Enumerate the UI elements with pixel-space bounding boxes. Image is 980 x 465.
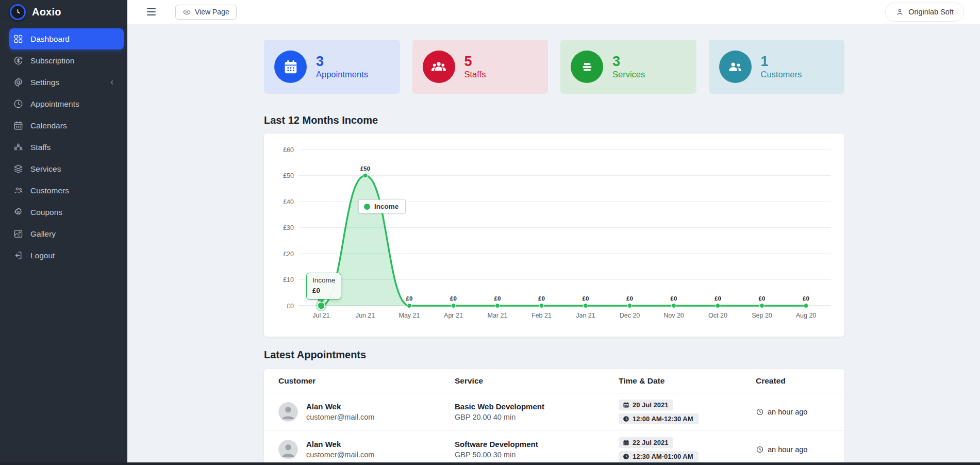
- column-header: Time & Date: [619, 376, 756, 386]
- time-badge: 12:30 AM-01:00 AM: [619, 451, 699, 462]
- svg-text:£0: £0: [759, 295, 766, 302]
- time-date-cell: 20 Jul 202112:00 AM-12:30 AM: [619, 400, 756, 424]
- customer-email: customer@mail.com: [306, 412, 374, 423]
- calendar-icon: [13, 120, 24, 131]
- chart-legend[interactable]: Income: [358, 200, 406, 213]
- svg-text:£0: £0: [538, 295, 545, 302]
- clock-mini-icon: [623, 453, 629, 460]
- svg-text:Mar 21: Mar 21: [488, 312, 508, 319]
- svg-text:£0: £0: [287, 303, 294, 310]
- sidebar-item-gallery[interactable]: Gallery: [9, 223, 124, 244]
- stat-value: 3: [612, 55, 645, 69]
- horizontal-scrollbar[interactable]: [0, 462, 980, 465]
- account-label: Originlab Soft: [908, 8, 954, 16]
- stat-card-services[interactable]: 3Services: [560, 40, 696, 94]
- svg-text:Dec 20: Dec 20: [620, 312, 640, 319]
- calendar-solid-icon: [274, 51, 307, 83]
- svg-text:May 21: May 21: [399, 312, 420, 319]
- svg-text:£0: £0: [671, 295, 677, 302]
- staffs-icon: [13, 142, 24, 153]
- clock-icon: [13, 98, 24, 109]
- svg-text:£50: £50: [360, 165, 370, 172]
- column-header: Service: [455, 376, 619, 386]
- sidebar-item-coupons[interactable]: Coupons: [9, 202, 124, 223]
- svg-text:£0: £0: [494, 295, 501, 302]
- stat-label: Staffs: [464, 70, 486, 79]
- svg-text:Jul 21: Jul 21: [312, 312, 329, 319]
- view-page-label: View Page: [195, 8, 229, 16]
- stat-label: Customers: [761, 70, 802, 79]
- gallery-icon: [13, 228, 24, 239]
- chevron-left-icon[interactable]: [107, 78, 117, 87]
- sidebar-item-dashboard[interactable]: Dashboard: [9, 28, 124, 49]
- list-bars-icon: [571, 51, 603, 83]
- staff-group-icon: [423, 51, 455, 83]
- content: 3Appointments5Staffs3Services1Customers …: [127, 24, 980, 465]
- avatar: [278, 440, 298, 459]
- svg-text:£60: £60: [283, 146, 294, 154]
- stat-card-customers[interactable]: 1Customers: [709, 40, 845, 94]
- sidebar-item-subscription[interactable]: Subscription: [9, 50, 124, 71]
- svg-text:Oct 20: Oct 20: [708, 312, 727, 319]
- subscription-icon: [13, 55, 24, 66]
- customers-icon: [13, 185, 24, 196]
- clock-mini-icon: [623, 416, 629, 422]
- service-name: Basic Web Development: [455, 401, 619, 412]
- stat-card-appointments[interactable]: 3Appointments: [264, 40, 400, 94]
- sidebar-item-calendars[interactable]: Calendars: [9, 115, 124, 136]
- table-row[interactable]: Alan Wekcustomer@mail.comSoftware Develo…: [264, 431, 844, 465]
- avatar: [278, 402, 298, 422]
- app-logo[interactable]: Aoxio: [0, 0, 127, 24]
- stat-card-staffs[interactable]: 5Staffs: [412, 40, 549, 94]
- tooltip-value: £0: [312, 286, 335, 296]
- svg-text:Apr 21: Apr 21: [444, 312, 463, 319]
- customer-cell: Alan Wekcustomer@mail.com: [278, 401, 455, 423]
- topbar: View Page Originlab Soft: [127, 0, 980, 24]
- svg-text:Feb 21: Feb 21: [531, 312, 552, 319]
- stat-value: 3: [316, 55, 368, 69]
- clock-logo-icon: [10, 4, 26, 20]
- customer-email: customer@mail.com: [306, 450, 374, 460]
- time-badge: 12:00 AM-12:30 AM: [619, 413, 699, 424]
- chart-tooltip: Income £0: [306, 273, 341, 300]
- account-button[interactable]: Originlab Soft: [885, 3, 964, 22]
- income-chart-card: £60£50£40£30£20£10£0£0Jul 21£50Jun 21£0M…: [264, 134, 844, 337]
- created-label: an hour ago: [768, 408, 807, 416]
- table-body: Alan Wekcustomer@mail.comBasic Web Devel…: [264, 393, 844, 465]
- service-meta: GBP 50.00 30 min: [455, 450, 619, 460]
- sidebar-item-customers[interactable]: Customers: [9, 180, 124, 201]
- svg-text:Nov 20: Nov 20: [663, 312, 684, 319]
- stat-label: Services: [612, 70, 645, 79]
- svg-text:£0: £0: [715, 295, 721, 302]
- svg-text:£0: £0: [583, 295, 589, 302]
- stat-label: Appointments: [316, 70, 368, 79]
- created-label: an hour ago: [768, 445, 807, 454]
- sidebar-item-staffs[interactable]: Staffs: [9, 137, 124, 158]
- two-users-icon: [719, 51, 752, 83]
- column-header: Customer: [278, 376, 455, 386]
- svg-text:£0: £0: [626, 295, 633, 302]
- sidebar-item-settings[interactable]: Settings: [9, 72, 124, 93]
- sidebar: Aoxio DashboardSubscriptionSettingsAppoi…: [0, 0, 127, 465]
- sidebar-item-logout[interactable]: Logout: [9, 245, 124, 266]
- svg-text:£20: £20: [283, 251, 294, 258]
- sidebar-item-services[interactable]: Services: [9, 158, 124, 179]
- sidebar-item-appointments[interactable]: Appointments: [9, 93, 124, 114]
- clock-outline-icon: [756, 445, 764, 454]
- tooltip-series: Income: [312, 275, 335, 286]
- sidebar-menu: DashboardSubscriptionSettingsAppointment…: [0, 24, 127, 267]
- legend-label: Income: [374, 203, 398, 210]
- svg-text:£0: £0: [450, 295, 457, 302]
- logout-icon: [13, 250, 24, 261]
- view-page-button[interactable]: View Page: [175, 5, 237, 20]
- legend-dot-icon: [364, 204, 370, 210]
- svg-text:£0: £0: [406, 295, 413, 302]
- svg-text:£30: £30: [283, 224, 294, 231]
- table-row[interactable]: Alan Wekcustomer@mail.comBasic Web Devel…: [264, 393, 844, 431]
- svg-text:Aug 20: Aug 20: [796, 312, 817, 319]
- person-icon: [895, 8, 904, 16]
- calendar-mini-icon: [623, 439, 629, 446]
- stat-value: 5: [464, 55, 486, 69]
- menu-toggle-icon[interactable]: [147, 8, 156, 15]
- customer-name: Alan Wek: [306, 439, 374, 450]
